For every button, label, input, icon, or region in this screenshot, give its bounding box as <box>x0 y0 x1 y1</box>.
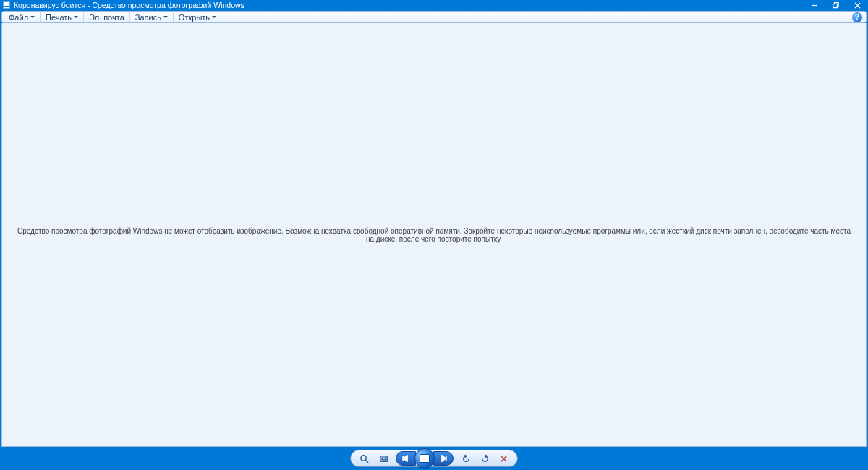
svg-rect-6 <box>380 456 386 461</box>
close-button[interactable] <box>846 0 868 10</box>
menu-open[interactable]: Открыть <box>175 12 220 22</box>
menu-separator <box>173 12 174 22</box>
window-title: Коронавирус боится - Средство просмотра … <box>14 1 244 9</box>
menu-open-label: Открыть <box>179 13 210 22</box>
slideshow-icon <box>420 454 430 463</box>
fit-icon <box>379 454 388 463</box>
toolbar-pill <box>350 450 518 467</box>
help-button[interactable]: ? <box>852 12 862 22</box>
minimize-icon <box>811 2 817 9</box>
menu-separator <box>129 12 130 22</box>
menu-bar: Файл Печать Эл. почта Запись Открыть <box>1 11 867 23</box>
menu-email[interactable]: Эл. почта <box>85 12 128 22</box>
app-window: Коронавирус боится - Средство просмотра … <box>0 0 868 470</box>
actual-size-button[interactable] <box>375 452 391 465</box>
error-message: Средство просмотра фотографий Windows не… <box>17 227 851 243</box>
menu-burn[interactable]: Запись <box>132 12 171 22</box>
close-icon <box>854 2 861 9</box>
magnifier-icon <box>359 454 369 463</box>
rotate-ccw-icon <box>461 454 471 463</box>
svg-rect-7 <box>382 458 386 460</box>
menu-separator <box>40 12 41 22</box>
chevron-down-icon <box>74 16 78 18</box>
delete-icon <box>499 454 509 463</box>
chevron-down-icon <box>30 16 35 18</box>
bottom-bar <box>0 447 868 470</box>
app-icon <box>3 1 10 9</box>
chevron-down-icon <box>212 16 216 18</box>
next-icon <box>440 455 447 462</box>
chevron-down-icon <box>163 16 168 18</box>
slideshow-button[interactable] <box>414 448 435 469</box>
maximize-button[interactable] <box>825 0 846 10</box>
menu-print-label: Печать <box>46 13 72 22</box>
content-area: Средство просмотра фотографий Windows не… <box>1 23 867 447</box>
minimize-button[interactable] <box>803 0 825 10</box>
svg-rect-1 <box>833 4 836 7</box>
maximize-icon <box>833 2 839 9</box>
rotate-ccw-button[interactable] <box>458 452 474 465</box>
nav-cluster <box>396 448 454 469</box>
help-icon: ? <box>855 13 859 21</box>
menu-file-label: Файл <box>9 13 28 22</box>
menu-burn-label: Запись <box>135 13 161 22</box>
title-bar: Коронавирус боится - Средство просмотра … <box>0 0 868 10</box>
previous-button[interactable] <box>396 451 416 466</box>
delete-button[interactable] <box>495 452 511 465</box>
menu-file[interactable]: Файл <box>5 12 38 22</box>
menu-print[interactable]: Печать <box>42 12 82 22</box>
rotate-cw-button[interactable] <box>477 452 493 465</box>
svg-point-4 <box>360 455 365 460</box>
previous-icon <box>402 455 409 462</box>
next-button[interactable] <box>433 451 454 466</box>
zoom-button[interactable] <box>357 452 373 465</box>
menu-email-label: Эл. почта <box>89 13 124 22</box>
svg-marker-8 <box>404 456 407 461</box>
rotate-cw-icon <box>480 454 490 463</box>
svg-marker-10 <box>442 456 446 461</box>
menu-separator <box>83 12 84 22</box>
svg-line-5 <box>365 460 368 463</box>
